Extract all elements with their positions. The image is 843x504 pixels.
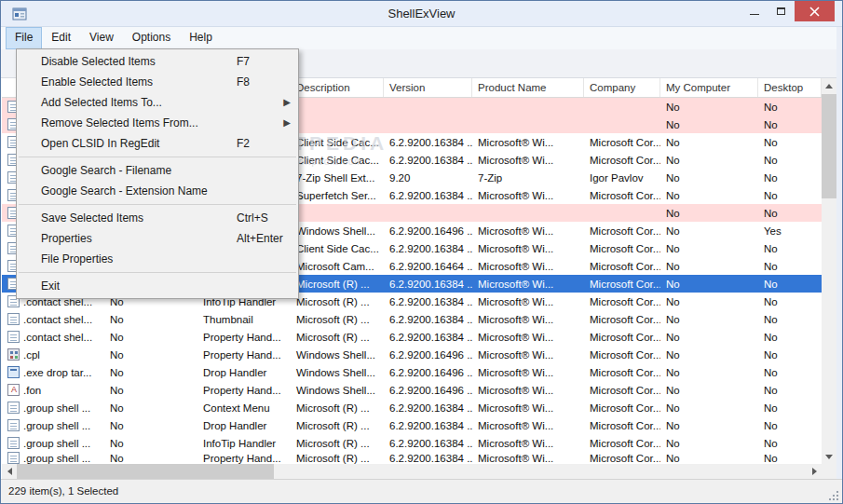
- table-cell: [291, 116, 384, 133]
- column-header-version[interactable]: Version: [384, 78, 472, 97]
- cell-text: No: [110, 438, 124, 449]
- scroll-down-button[interactable]: [822, 449, 836, 464]
- table-row[interactable]: .contact shel...NoThumbnailMicrosoft (R)…: [2, 310, 822, 328]
- table-cell: Drop Handler: [197, 416, 291, 434]
- column-header-desktop[interactable]: Desktop: [758, 78, 822, 97]
- table-cell: 6.2.9200.16384 ...: [384, 452, 472, 464]
- scroll-left-button[interactable]: [2, 464, 17, 479]
- table-cell: No: [660, 452, 758, 464]
- table-cell: No: [758, 434, 822, 452]
- menu-item-add-selected-items-to[interactable]: Add Selected Items To...▶: [17, 92, 298, 113]
- scroll-up-button[interactable]: [822, 78, 836, 93]
- table-row[interactable]: .exe drop tar...NoDrop HandlerWindows Sh…: [2, 363, 822, 381]
- table-row[interactable]: .fonNoProperty Hand...Windows Shell...6.…: [2, 381, 822, 399]
- cell-text: Microsoft Cor...: [590, 137, 660, 148]
- menu-item-exit[interactable]: Exit: [17, 276, 298, 296]
- menu-item-remove-selected-items-from[interactable]: Remove Selected Items From...▶: [17, 113, 298, 133]
- menu-item-google-search-filename[interactable]: Google Search - Filename: [17, 160, 298, 181]
- table-cell: No: [758, 275, 822, 293]
- table-cell: Property Hand...: [197, 452, 291, 464]
- menubar-item-options[interactable]: Options: [123, 27, 180, 49]
- minimize-button[interactable]: [741, 1, 768, 21]
- menu-item-open-clsid-in-regedit[interactable]: Open CLSID In RegEditF2: [17, 133, 298, 154]
- menu-item-file-properties[interactable]: File Properties: [17, 249, 298, 269]
- table-cell: No: [758, 363, 822, 381]
- cell-text: Microsoft® Wi...: [478, 261, 553, 272]
- cell-text: No: [764, 420, 778, 431]
- table-cell: Microsoft® Wi...: [472, 293, 584, 310]
- cell-text: Igor Pavlov: [590, 172, 644, 184]
- table-cell: No: [758, 452, 822, 464]
- table-row[interactable]: .group shell ...NoProperty Hand...Micros…: [2, 452, 822, 464]
- table-cell: No: [104, 328, 197, 346]
- page-file-icon: [7, 402, 20, 414]
- horizontal-scrollbar[interactable]: [2, 464, 822, 479]
- menubar-item-help[interactable]: Help: [180, 27, 222, 49]
- cell-text: Microsoft® Wi...: [478, 453, 553, 464]
- table-cell: Microsoft Cor...: [584, 452, 660, 464]
- cell-text: Microsoft Cor...: [590, 190, 660, 201]
- column-header-my-computer[interactable]: My Computer: [660, 78, 758, 97]
- menu-item-properties[interactable]: PropertiesAlt+Enter: [17, 228, 298, 249]
- vertical-scroll-thumb[interactable]: [822, 94, 836, 198]
- table-cell: .contact shel...: [2, 328, 104, 346]
- cell-text: No: [764, 172, 778, 184]
- menu-item-shortcut: F8: [237, 72, 250, 92]
- cell-text: Microsoft® Wi...: [478, 243, 553, 254]
- table-cell: No: [758, 133, 822, 151]
- table-cell: [384, 98, 472, 116]
- vertical-scrollbar[interactable]: [822, 78, 836, 464]
- maximize-button[interactable]: [768, 1, 795, 21]
- menubar-item-edit[interactable]: Edit: [42, 27, 80, 49]
- fon-file-icon: [7, 384, 20, 396]
- table-row[interactable]: .group shell ...NoDrop HandlerMicrosoft …: [2, 416, 822, 434]
- cell-text: .group shell ...: [23, 453, 90, 464]
- scroll-right-button[interactable]: [807, 464, 822, 479]
- cell-text: Microsoft® Wi...: [478, 279, 553, 290]
- table-cell: No: [758, 239, 822, 257]
- cell-text: Microsoft Cor...: [590, 314, 660, 325]
- table-cell: No: [660, 169, 758, 186]
- menubar-item-view[interactable]: View: [80, 27, 123, 49]
- table-cell: [584, 204, 660, 222]
- column-header-company[interactable]: Company: [584, 78, 660, 97]
- table-row[interactable]: .group shell ...NoContext MenuMicrosoft …: [2, 399, 822, 416]
- exe-file-icon: [7, 366, 20, 378]
- table-cell: No: [660, 416, 758, 434]
- cell-text: Client Side Cac...: [296, 137, 379, 148]
- table-row[interactable]: .cplNoProperty Hand...Windows Shell...6.…: [2, 346, 822, 363]
- menu-item-google-search-extension-name[interactable]: Google Search - Extension Name: [17, 181, 298, 201]
- horizontal-scroll-thumb[interactable]: [17, 464, 274, 479]
- menu-item-save-selected-items[interactable]: Save Selected ItemsCtrl+S: [17, 208, 298, 228]
- menu-item-enable-selected-items[interactable]: Enable Selected ItemsF8: [17, 72, 298, 92]
- cell-text: No: [764, 261, 778, 272]
- table-cell: Microsoft® Wi...: [472, 151, 584, 169]
- menubar-item-file[interactable]: File: [6, 27, 42, 49]
- table-cell: 6.2.9200.16384 ...: [384, 186, 472, 204]
- menu-item-disable-selected-items[interactable]: Disable Selected ItemsF7: [17, 51, 298, 72]
- table-cell: [291, 204, 384, 222]
- table-cell: Client Side Cac...: [291, 239, 384, 257]
- submenu-arrow-icon: ▶: [283, 92, 291, 113]
- table-row[interactable]: .group shell ...NoInfoTip HandlerMicroso…: [2, 434, 822, 452]
- table-cell: Microsoft Cor...: [584, 381, 660, 399]
- table-cell: 6.2.9200.16496 ...: [384, 381, 472, 399]
- cell-text: Microsoft (R) ...: [296, 420, 370, 431]
- table-cell: 6.2.9200.16384 ...: [384, 133, 472, 151]
- table-row[interactable]: .contact shel...NoProperty Hand...Micros…: [2, 328, 822, 346]
- table-cell: Windows Shell...: [291, 222, 384, 239]
- close-button[interactable]: [795, 1, 835, 21]
- column-header-description[interactable]: Description: [291, 78, 384, 97]
- cell-text: 6.2.9200.16496 ...: [389, 349, 472, 361]
- column-header-product-name[interactable]: Product Name: [472, 78, 584, 97]
- cell-text: No: [666, 208, 680, 219]
- table-cell: .group shell ...: [2, 399, 104, 416]
- menu-item-label: Remove Selected Items From...: [41, 116, 198, 129]
- cell-text: No: [666, 137, 680, 148]
- cell-text: Windows Shell...: [296, 225, 375, 237]
- cell-text: Property Hand...: [203, 385, 281, 396]
- table-cell: No: [758, 381, 822, 399]
- table-cell: 6.2.9200.16384 ...: [384, 310, 472, 328]
- cell-text: Microsoft Cam...: [296, 261, 374, 272]
- resize-grip[interactable]: [827, 489, 838, 500]
